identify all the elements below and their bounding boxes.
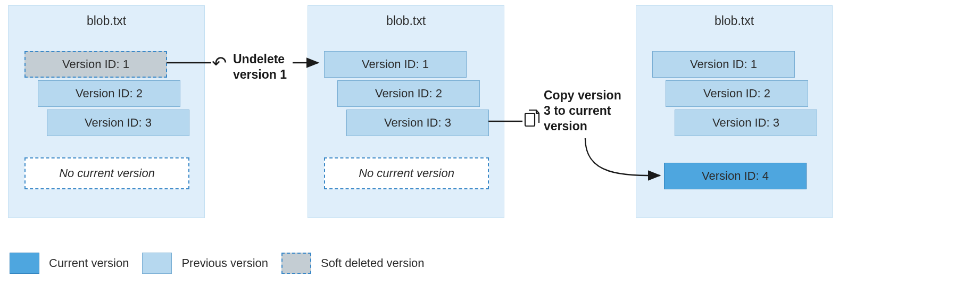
no-current-placeholder: No current version (324, 157, 489, 189)
version-box-softdeleted: Version ID: 1 (24, 51, 167, 78)
blob-title: blob.txt (636, 6, 832, 28)
legend-label: Soft deleted version (321, 256, 424, 270)
version-box-previous: Version ID: 3 (47, 110, 189, 136)
legend-label: Previous version (181, 256, 268, 270)
version-box-previous: Version ID: 1 (652, 51, 795, 78)
legend-item-current: Current version (10, 253, 129, 274)
legend-swatch-previous (142, 253, 172, 274)
version-box-previous: Version ID: 3 (346, 110, 489, 136)
version-box-previous: Version ID: 3 (675, 110, 817, 136)
diagram-canvas: blob.txt Version ID: 1 Version ID: 2 Ver… (0, 0, 980, 301)
blob-panel-a: blob.txt Version ID: 1 Version ID: 2 Ver… (8, 5, 205, 218)
action-label-undelete: Undelete version 1 (233, 52, 287, 82)
blob-title: blob.txt (9, 6, 204, 28)
version-box-previous: Version ID: 1 (324, 51, 467, 78)
legend-item-previous: Previous version (142, 253, 268, 274)
blob-panel-b: blob.txt Version ID: 1 Version ID: 2 Ver… (308, 5, 504, 218)
undo-icon: ↶ (212, 52, 227, 73)
version-box-current: Version ID: 4 (664, 163, 807, 189)
blob-panel-c: blob.txt Version ID: 1 Version ID: 2 Ver… (636, 5, 833, 218)
version-box-previous: Version ID: 2 (337, 80, 480, 107)
version-box-previous: Version ID: 2 (38, 80, 180, 107)
blob-title: blob.txt (308, 6, 504, 28)
no-current-placeholder: No current version (24, 157, 189, 189)
legend-swatch-softdel (281, 253, 311, 274)
svg-rect-0 (525, 113, 535, 126)
legend-swatch-current (10, 253, 39, 274)
legend-item-softdel: Soft deleted version (281, 253, 424, 274)
version-box-previous: Version ID: 2 (666, 80, 808, 107)
legend: Current version Previous version Soft de… (10, 253, 425, 274)
legend-label: Current version (49, 256, 129, 270)
copy-icon (524, 109, 540, 127)
action-label-copy: Copy version 3 to current version (544, 88, 621, 133)
